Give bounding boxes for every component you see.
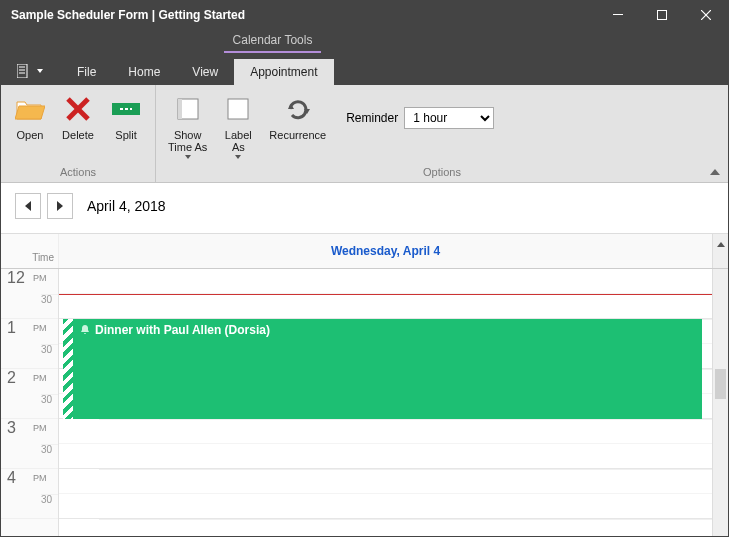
titlebar[interactable]: Sample Scheduler Form | Getting Started [1, 1, 728, 29]
square-icon [172, 93, 204, 125]
svg-rect-4 [17, 64, 27, 78]
app-menu-button[interactable] [11, 57, 49, 85]
recurrence-label: Recurrence [269, 129, 326, 141]
tab-home[interactable]: Home [112, 59, 176, 85]
half-label: 30 [41, 494, 52, 505]
svg-marker-8 [37, 69, 43, 73]
delete-label: Delete [62, 129, 94, 141]
hour-label: 1 [7, 319, 16, 337]
tab-appointment[interactable]: Appointment [234, 59, 333, 85]
ampm-label: PM [33, 423, 47, 433]
reminder-select[interactable]: 1 hour [404, 107, 494, 129]
group-options: Show Time As Label As [156, 85, 728, 182]
ribbon-tab-strip: Calendar Tools File Home View Appointmen… [1, 29, 728, 85]
svg-marker-22 [57, 201, 63, 211]
ampm-label: PM [33, 473, 47, 483]
folder-open-icon [14, 93, 46, 125]
recurrence-icon [282, 93, 314, 125]
minimize-button[interactable] [596, 1, 640, 29]
svg-rect-16 [228, 99, 248, 119]
scrollbar-thumb[interactable] [715, 369, 726, 399]
open-label: Open [17, 129, 44, 141]
ampm-label: PM [33, 323, 47, 333]
group-options-label: Options [156, 164, 728, 182]
chevron-left-icon [25, 201, 31, 211]
app-window: Sample Scheduler Form | Getting Started … [0, 0, 729, 537]
list-icon [17, 64, 33, 78]
appointment-title: Dinner with Paul Allen (Dorsia) [95, 323, 270, 337]
triangle-up-icon [717, 242, 725, 247]
scroll-up-button[interactable] [712, 234, 728, 268]
close-button[interactable] [684, 1, 728, 29]
split-label: Split [115, 129, 136, 141]
hour-label: 3 [7, 419, 16, 437]
hour-label: 2 [7, 369, 16, 387]
next-day-button[interactable] [47, 193, 73, 219]
tab-view[interactable]: View [176, 59, 234, 85]
time-column-header: Time [1, 234, 59, 268]
svg-rect-0 [613, 14, 623, 15]
now-indicator [59, 294, 712, 295]
half-label: 30 [41, 294, 52, 305]
group-actions: Open Delete [1, 85, 156, 182]
chevron-down-icon [37, 69, 43, 73]
delete-button[interactable]: Delete [57, 91, 99, 143]
maximize-button[interactable] [640, 1, 684, 29]
hour-label: 12 [7, 269, 25, 287]
ribbon-collapse-button[interactable] [710, 164, 720, 178]
bell-icon [79, 324, 91, 336]
svg-rect-14 [178, 99, 182, 119]
split-button[interactable]: Split [105, 91, 147, 143]
prev-day-button[interactable] [15, 193, 41, 219]
half-label: 30 [41, 444, 52, 455]
window-title: Sample Scheduler Form | Getting Started [11, 8, 596, 22]
chevron-right-icon [57, 201, 63, 211]
label-as-label: Label As [225, 129, 252, 153]
delete-x-icon [62, 93, 94, 125]
scheduler: Time Wednesday, April 4 12PM30 1PM30 2PM… [1, 234, 728, 536]
appointment-block[interactable]: Dinner with Paul Allen (Dorsia) [63, 319, 702, 419]
current-date: April 4, 2018 [87, 198, 166, 214]
ampm-label: PM [33, 273, 47, 283]
chevron-up-icon [710, 169, 720, 175]
hour-label: 4 [7, 469, 16, 487]
label-as-button[interactable]: Label As [217, 91, 259, 161]
tab-file[interactable]: File [61, 59, 112, 85]
square-outline-icon [222, 93, 254, 125]
contextual-tab-label: Calendar Tools [224, 29, 321, 53]
timeslot-area[interactable]: Dinner with Paul Allen (Dorsia) [59, 269, 712, 536]
open-button[interactable]: Open [9, 91, 51, 143]
split-icon [110, 93, 142, 125]
recurrence-button[interactable]: Recurrence [265, 91, 330, 143]
svg-marker-21 [25, 201, 31, 211]
show-time-as-label: Show Time As [168, 129, 207, 153]
svg-marker-15 [185, 155, 191, 159]
day-header[interactable]: Wednesday, April 4 [59, 234, 712, 268]
ampm-label: PM [33, 373, 47, 383]
svg-marker-20 [710, 169, 720, 175]
chevron-down-icon [235, 155, 241, 159]
svg-marker-17 [235, 155, 241, 159]
date-nav: April 4, 2018 [1, 187, 728, 234]
reminder-label: Reminder [346, 111, 398, 125]
svg-rect-1 [658, 11, 667, 20]
svg-marker-23 [717, 242, 725, 247]
appointment-status-stripe [63, 319, 73, 419]
ribbon-panel: Open Delete [1, 85, 728, 183]
chevron-down-icon [185, 155, 191, 159]
show-time-as-button[interactable]: Show Time As [164, 91, 211, 161]
group-actions-label: Actions [1, 164, 155, 182]
scrollbar-vertical[interactable] [712, 269, 728, 536]
half-label: 30 [41, 394, 52, 405]
time-ruler: 12PM30 1PM30 2PM30 3PM30 4PM30 [1, 269, 59, 536]
half-label: 30 [41, 344, 52, 355]
